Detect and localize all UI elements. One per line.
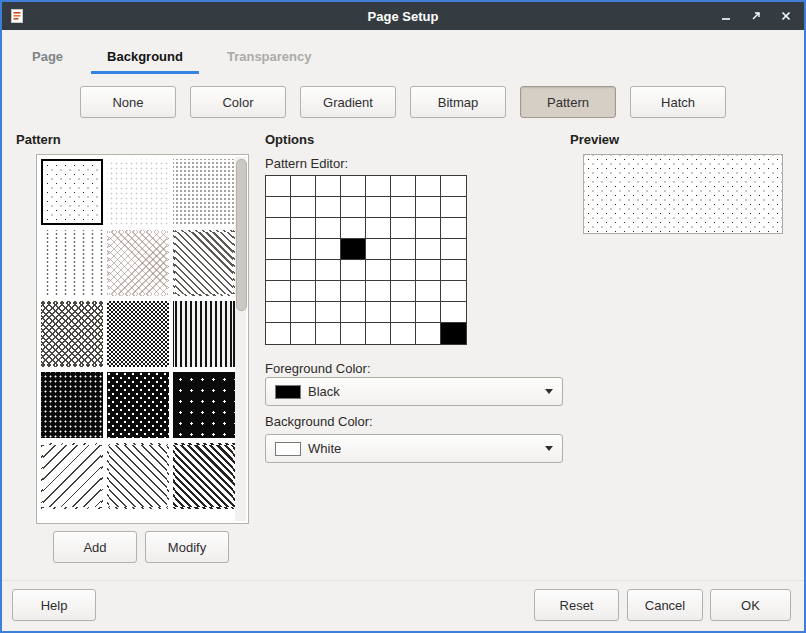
editor-cell-1-3[interactable] bbox=[341, 197, 366, 218]
tab-transparency[interactable]: Transparency bbox=[211, 42, 328, 74]
pattern-swatch-dots-columns[interactable] bbox=[41, 230, 103, 296]
editor-cell-0-5[interactable] bbox=[391, 176, 416, 197]
editor-cell-0-7[interactable] bbox=[441, 176, 466, 197]
editor-cell-6-1[interactable] bbox=[291, 302, 316, 323]
editor-cell-7-2[interactable] bbox=[316, 323, 341, 344]
editor-cell-3-5[interactable] bbox=[391, 239, 416, 260]
editor-cell-4-0[interactable] bbox=[266, 260, 291, 281]
modify-button[interactable]: Modify bbox=[145, 531, 229, 563]
scrollbar-track[interactable] bbox=[235, 157, 246, 521]
editor-cell-0-6[interactable] bbox=[416, 176, 441, 197]
scrollbar-thumb[interactable] bbox=[236, 159, 247, 311]
editor-cell-4-4[interactable] bbox=[366, 260, 391, 281]
editor-cell-2-2[interactable] bbox=[316, 218, 341, 239]
editor-cell-4-5[interactable] bbox=[391, 260, 416, 281]
pattern-swatch-dots-sparse[interactable] bbox=[41, 159, 103, 225]
tab-page[interactable]: Page bbox=[16, 42, 79, 74]
editor-cell-4-7[interactable] bbox=[441, 260, 466, 281]
editor-cell-4-6[interactable] bbox=[416, 260, 441, 281]
editor-cell-1-1[interactable] bbox=[291, 197, 316, 218]
reset-button[interactable]: Reset bbox=[534, 589, 619, 621]
pattern-swatch-diag-thin-med[interactable] bbox=[107, 443, 169, 509]
editor-cell-0-0[interactable] bbox=[266, 176, 291, 197]
editor-cell-3-0[interactable] bbox=[266, 239, 291, 260]
minimize-button[interactable] bbox=[719, 10, 732, 23]
editor-cell-7-1[interactable] bbox=[291, 323, 316, 344]
ok-button[interactable]: OK bbox=[710, 589, 791, 621]
editor-cell-4-1[interactable] bbox=[291, 260, 316, 281]
tab-background[interactable]: Background bbox=[91, 42, 199, 74]
editor-cell-6-5[interactable] bbox=[391, 302, 416, 323]
editor-cell-5-7[interactable] bbox=[441, 281, 466, 302]
titlebar[interactable]: Page Setup bbox=[2, 2, 804, 30]
editor-cell-6-0[interactable] bbox=[266, 302, 291, 323]
editor-cell-0-1[interactable] bbox=[291, 176, 316, 197]
pattern-swatch-vlines[interactable] bbox=[173, 301, 235, 367]
editor-cell-2-0[interactable] bbox=[266, 218, 291, 239]
pattern-swatch-dither-50[interactable] bbox=[107, 301, 169, 367]
editor-cell-1-6[interactable] bbox=[416, 197, 441, 218]
fill-type-gradient-button[interactable]: Gradient bbox=[300, 86, 396, 118]
editor-cell-6-4[interactable] bbox=[366, 302, 391, 323]
editor-cell-7-5[interactable] bbox=[391, 323, 416, 344]
editor-cell-4-2[interactable] bbox=[316, 260, 341, 281]
editor-cell-5-5[interactable] bbox=[391, 281, 416, 302]
editor-cell-7-0[interactable] bbox=[266, 323, 291, 344]
editor-cell-2-5[interactable] bbox=[391, 218, 416, 239]
editor-cell-2-3[interactable] bbox=[341, 218, 366, 239]
editor-cell-6-2[interactable] bbox=[316, 302, 341, 323]
pattern-swatch-dots-faint[interactable] bbox=[107, 159, 169, 225]
editor-cell-1-4[interactable] bbox=[366, 197, 391, 218]
cancel-button[interactable]: Cancel bbox=[627, 589, 703, 621]
fill-type-color-button[interactable]: Color bbox=[190, 86, 286, 118]
editor-cell-6-3[interactable] bbox=[341, 302, 366, 323]
editor-cell-5-1[interactable] bbox=[291, 281, 316, 302]
fill-type-hatch-button[interactable]: Hatch bbox=[630, 86, 726, 118]
fill-type-pattern-button[interactable]: Pattern bbox=[520, 86, 616, 118]
editor-cell-5-3[interactable] bbox=[341, 281, 366, 302]
editor-cell-7-7[interactable] bbox=[441, 323, 466, 344]
editor-cell-1-7[interactable] bbox=[441, 197, 466, 218]
editor-cell-1-2[interactable] bbox=[316, 197, 341, 218]
editor-cell-6-6[interactable] bbox=[416, 302, 441, 323]
editor-cell-2-7[interactable] bbox=[441, 218, 466, 239]
foreground-color-dropdown[interactable]: Black bbox=[265, 377, 563, 406]
pattern-swatch-diag-dense[interactable] bbox=[173, 443, 235, 509]
editor-cell-7-3[interactable] bbox=[341, 323, 366, 344]
pattern-swatch-black-dots-med[interactable] bbox=[107, 372, 169, 438]
editor-cell-7-4[interactable] bbox=[366, 323, 391, 344]
editor-cell-1-5[interactable] bbox=[391, 197, 416, 218]
editor-cell-2-6[interactable] bbox=[416, 218, 441, 239]
editor-cell-5-0[interactable] bbox=[266, 281, 291, 302]
pattern-swatch-cross-dark[interactable] bbox=[41, 301, 103, 367]
editor-cell-3-1[interactable] bbox=[291, 239, 316, 260]
editor-cell-3-4[interactable] bbox=[366, 239, 391, 260]
editor-cell-2-1[interactable] bbox=[291, 218, 316, 239]
editor-cell-2-4[interactable] bbox=[366, 218, 391, 239]
editor-cell-1-0[interactable] bbox=[266, 197, 291, 218]
editor-cell-4-3[interactable] bbox=[341, 260, 366, 281]
editor-cell-0-3[interactable] bbox=[341, 176, 366, 197]
maximize-button[interactable] bbox=[749, 10, 762, 23]
editor-cell-6-7[interactable] bbox=[441, 302, 466, 323]
pattern-swatch-black-dots-dense[interactable] bbox=[41, 372, 103, 438]
editor-cell-0-4[interactable] bbox=[366, 176, 391, 197]
editor-cell-0-2[interactable] bbox=[316, 176, 341, 197]
fill-type-none-button[interactable]: None bbox=[80, 86, 176, 118]
editor-cell-3-2[interactable] bbox=[316, 239, 341, 260]
pattern-swatch-diag-medium[interactable] bbox=[173, 230, 235, 296]
fill-type-bitmap-button[interactable]: Bitmap bbox=[410, 86, 506, 118]
add-button[interactable]: Add bbox=[53, 531, 137, 563]
pattern-swatch-cross-light[interactable] bbox=[107, 230, 169, 296]
editor-cell-5-6[interactable] bbox=[416, 281, 441, 302]
pattern-swatch-black-dots-sparse[interactable] bbox=[173, 372, 235, 438]
close-button[interactable] bbox=[779, 10, 792, 23]
pattern-swatch-dots-light[interactable] bbox=[173, 159, 235, 225]
editor-cell-5-4[interactable] bbox=[366, 281, 391, 302]
editor-cell-3-3[interactable] bbox=[341, 239, 366, 260]
pattern-swatch-diag-thin-sparse[interactable] bbox=[41, 443, 103, 509]
background-color-dropdown[interactable]: White bbox=[265, 434, 563, 463]
editor-cell-5-2[interactable] bbox=[316, 281, 341, 302]
help-button[interactable]: Help bbox=[12, 589, 96, 621]
editor-cell-3-7[interactable] bbox=[441, 239, 466, 260]
